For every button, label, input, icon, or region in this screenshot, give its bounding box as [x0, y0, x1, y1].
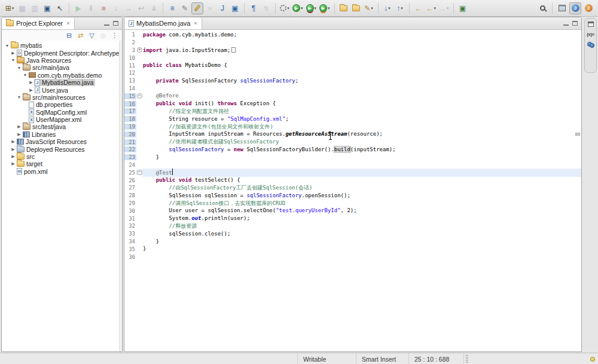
coverage-icon[interactable]: ▶▾	[305, 2, 318, 14]
tree-item[interactable]: mpom.xml	[2, 168, 122, 175]
expander-closed-icon[interactable]: ▶	[16, 132, 22, 137]
code-line[interactable]: 17 //指定全局配置文件路径	[124, 108, 581, 115]
expander-closed-icon[interactable]: ▶	[10, 161, 16, 166]
code-line[interactable]: 22 sqlSessionFactory = new SqlSessionFac…	[124, 146, 581, 154]
tree-item[interactable]: XUserMapper.xml	[2, 116, 122, 123]
minimize-editor-icon[interactable]	[563, 21, 569, 26]
fold-collapse-icon[interactable]: −	[137, 170, 142, 175]
tree-item[interactable]: ▶JavaScript Resources	[2, 138, 122, 145]
expander-closed-icon[interactable]: ▶	[10, 51, 16, 56]
code-line[interactable]: 36	[124, 253, 581, 261]
collapsed-region-icon[interactable]	[231, 47, 236, 53]
next-annotation-icon[interactable]: ↓▾	[382, 2, 393, 14]
code-line[interactable]: 20 InputStream inputStream = Resources.g…	[124, 130, 581, 138]
code-line[interactable]: 15− @Before	[124, 92, 581, 100]
code-line[interactable]: 25− @Test	[124, 169, 581, 176]
code-line[interactable]: 34 }	[124, 238, 581, 246]
code-line[interactable]: 21 //使用构建者模式创建SqlSessionFactory	[124, 138, 581, 146]
expander-open-icon[interactable]: ▼	[10, 58, 16, 62]
notification-icon[interactable]	[590, 357, 595, 362]
dropdown-arrow-icon[interactable]: ▾	[328, 6, 330, 11]
statusbar-drag-handle[interactable]	[466, 355, 468, 363]
step-return-icon[interactable]: ↩	[135, 2, 147, 14]
code-line[interactable]: 27 //由SqlSessionFactory工厂去创建SqlSession(会…	[124, 184, 581, 192]
code-area[interactable]: 1package com.cyb.mybatis.demo;23+import …	[124, 30, 581, 351]
close-tab-icon[interactable]: ×	[194, 20, 197, 26]
dropdown-arrow-icon[interactable]: ▾	[371, 6, 373, 11]
externalize-strings-icon[interactable]: ✎	[179, 2, 191, 14]
run-icon[interactable]: ▶▾	[291, 2, 304, 14]
minimize-view-icon[interactable]	[104, 21, 109, 26]
tree-item[interactable]: ▶target	[2, 160, 122, 167]
expander-open-icon[interactable]: ▼	[16, 95, 22, 99]
drop-to-frame-icon[interactable]: ⇓	[148, 2, 160, 14]
open-console-icon[interactable]: ▣	[41, 2, 53, 14]
show-whitespace-icon[interactable]: ¶	[248, 2, 260, 14]
expander-closed-icon[interactable]: ▶	[28, 88, 34, 93]
dropdown-arrow-icon[interactable]: ▾	[12, 6, 14, 11]
tree-item[interactable]: ▼com.cyb.mybatis.demo	[2, 72, 122, 79]
last-edit-location-icon[interactable]: ←	[413, 2, 425, 14]
open-perspective-icon[interactable]	[556, 2, 568, 14]
code-line[interactable]: 16 public void init() throws Exception {	[124, 100, 581, 108]
tree-item[interactable]: ▶DDeployment Descriptor: Archetype Creat…	[2, 49, 122, 56]
expander-open-icon[interactable]: ▼	[16, 66, 22, 70]
expander-closed-icon[interactable]: ▶	[16, 124, 22, 129]
suspend-icon[interactable]: ‖	[85, 2, 97, 14]
tree-item[interactable]: ▶JUser.java	[2, 86, 122, 93]
expander-open-icon[interactable]: ▼	[22, 73, 28, 77]
import-resource-icon[interactable]	[350, 2, 362, 14]
back-history-icon[interactable]: ←▾	[425, 2, 438, 14]
code-line[interactable]: 13 private SqlSessionFactory sqlSessionF…	[124, 77, 581, 85]
dropdown-arrow-icon[interactable]: ▾	[301, 6, 303, 11]
explorer-scrollbar[interactable]	[119, 41, 122, 351]
annotate-icon[interactable]: ✎▾	[363, 2, 375, 14]
code-line[interactable]: 12	[124, 69, 581, 77]
code-line[interactable]: 14	[124, 85, 581, 93]
expander-closed-icon[interactable]: ▶	[10, 154, 16, 159]
tree-item[interactable]: ▼Java Resources	[2, 57, 122, 64]
expander-open-icon[interactable]: ▼	[4, 44, 10, 48]
new-wizard-icon[interactable]: ⊞▾	[4, 2, 16, 14]
expander-closed-icon[interactable]: ▶	[28, 80, 34, 85]
dropdown-arrow-icon[interactable]: ▾	[447, 6, 449, 11]
maximize-view-icon[interactable]	[113, 21, 118, 26]
dropdown-arrow-icon[interactable]: ▾	[287, 6, 289, 11]
view-menu-icon[interactable]: ⋮	[109, 30, 120, 40]
tree-item[interactable]: ▶src	[2, 153, 122, 160]
open-task-icon[interactable]	[338, 2, 350, 14]
tree-item[interactable]: ▶src/test/java	[2, 123, 122, 130]
tab-project-explorer[interactable]: Project Explorer ×	[2, 17, 75, 29]
tree-item[interactable]: ▼mybatis	[2, 42, 122, 49]
code-line[interactable]: 18 String resource = "SqlMapConfig.xml";	[124, 115, 581, 123]
dropdown-arrow-icon[interactable]: ▾	[388, 6, 390, 11]
overview-ruler[interactable]	[574, 30, 581, 351]
code-line[interactable]: 33 sqlSession.close();	[124, 230, 581, 238]
perspective-javaee-icon[interactable]: J	[569, 2, 581, 14]
forward-history-icon[interactable]: →▾	[438, 2, 450, 14]
dropdown-arrow-icon[interactable]: ▾	[401, 6, 403, 11]
previous-annotation-icon[interactable]: ↑▾	[394, 2, 406, 14]
tree-item[interactable]: ▶Deployed Resources	[2, 145, 122, 152]
tree-item[interactable]: ▼src/main/resources	[2, 94, 122, 101]
expander-closed-icon[interactable]: ▶	[10, 139, 16, 144]
code-line[interactable]: 23 }	[124, 154, 581, 161]
terminate-icon[interactable]: ■	[97, 2, 109, 14]
code-line[interactable]: 19 //加载资源文件(包括全局文件和映射文件)	[124, 123, 581, 131]
variables-view-icon[interactable]: (x)=	[587, 32, 594, 36]
toggle-breadcrumb-icon[interactable]: »	[204, 2, 216, 14]
pin-editor-icon[interactable]: ▣	[457, 2, 469, 14]
collapse-all-icon[interactable]: ⊟	[64, 30, 74, 40]
profile-icon[interactable]: ▶▾	[318, 2, 331, 14]
focus-on-active-task-icon[interactable]: ◎	[98, 30, 108, 40]
code-line[interactable]: 32 //释放资源	[124, 222, 581, 230]
code-line[interactable]: 26 public void testSelect() {	[124, 176, 581, 184]
save-icon[interactable]: ▦	[16, 2, 28, 14]
code-line[interactable]: 35}	[124, 245, 581, 253]
tree-item[interactable]: ▼src/main/java	[2, 64, 122, 71]
code-line[interactable]: 31 System.out.println(user);	[124, 215, 581, 222]
code-line[interactable]: 11public class MybatisDemo {	[124, 62, 581, 69]
tree-item[interactable]: ▶Libraries	[2, 131, 122, 138]
dropdown-arrow-icon[interactable]: ▾	[434, 6, 437, 11]
run-last-launch-icon[interactable]: ↯	[260, 2, 272, 14]
